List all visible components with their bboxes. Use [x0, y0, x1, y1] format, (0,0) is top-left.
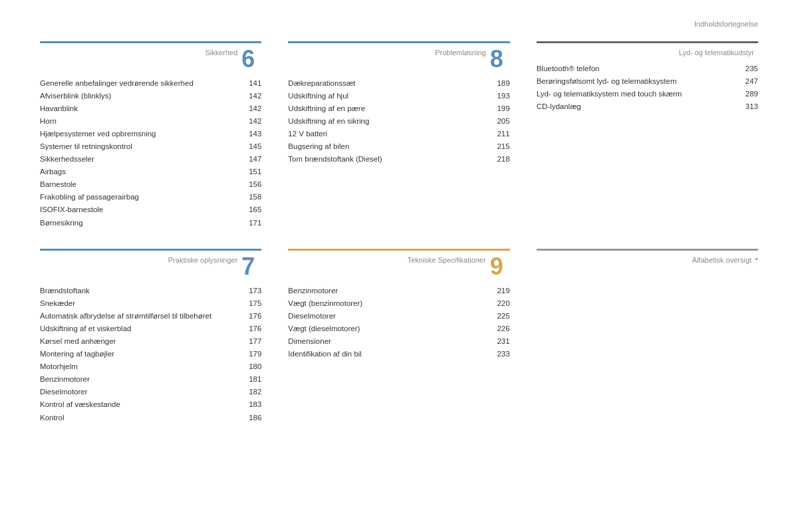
page: Indholdsfortegnelse Sikkerhed6Generelle … — [0, 0, 798, 532]
section-title-sikkerhed: Sikkerhed — [40, 47, 241, 57]
list-item: Benzinmotorer181 — [40, 373, 261, 386]
section-title-alfabetisk-oversigt: Alfabetisk oversigt — [537, 255, 755, 264]
list-item: Identifikation af din bil233 — [288, 348, 509, 360]
section-lyd-telematik: Lyd- og telematikudstyrBluetooth® telefo… — [537, 41, 758, 229]
item-page: 218 — [497, 155, 509, 163]
list-item: Systemer til retningskontrol145 — [40, 140, 261, 152]
item-label: Identifikation af din bil — [288, 348, 497, 359]
item-label: Horn — [40, 116, 249, 126]
item-label: Benzinmotorer — [288, 285, 497, 296]
item-label: Systemer til retningskontrol — [40, 141, 249, 152]
section-items-praktiske-oplysninger: Brændstoftank173Snekæder175Automatisk af… — [40, 284, 261, 424]
list-item: Vægt (benzinmotorer)220 — [288, 297, 509, 309]
item-label: Generelle anbefalinger vedrørende sikker… — [40, 78, 249, 88]
list-item: Afviserblink (blinklys)142 — [40, 89, 261, 102]
list-item: Kontrol af væskestande183 — [40, 398, 261, 411]
list-item: Horn142 — [40, 114, 261, 127]
section-header-tekniske-specifikationer: Tekniske Specifikationer9 — [288, 249, 509, 279]
item-label: Benzinmotorer — [40, 374, 249, 384]
item-page: 156 — [249, 180, 261, 188]
list-item: Børnesikring171 — [40, 216, 261, 229]
list-item: Bluetooth® telefon235 — [537, 62, 758, 74]
section-alfabetisk-oversigt: Alfabetisk oversigt▪ — [537, 249, 758, 424]
item-page: 176 — [249, 312, 261, 320]
item-page: 158 — [249, 193, 261, 201]
item-label: Snekæder — [40, 298, 249, 309]
item-page: 219 — [497, 287, 509, 295]
sections-grid: Sikkerhed6Generelle anbefalinger vedrøre… — [40, 41, 758, 424]
section-title-praktiske-oplysninger: Praktiske oplysninger — [40, 255, 241, 264]
section-problemloesning: Problemløsning8Dækreparationssæt189Udski… — [288, 41, 509, 229]
item-page: 289 — [745, 90, 758, 98]
list-item: Montering af tagbøjler179 — [40, 348, 261, 360]
item-page: 142 — [249, 104, 261, 112]
item-page: 215 — [497, 142, 509, 150]
list-item: Dieselmotorer225 — [288, 309, 509, 322]
item-page: 165 — [249, 205, 261, 213]
list-item: Barnestole156 — [40, 178, 261, 191]
list-item: Udskiftning af en sikring205 — [288, 114, 509, 127]
list-item: Kontrol186 — [40, 411, 261, 424]
list-item: ISOFIX-barnestole165 — [40, 203, 261, 216]
section-header-praktiske-oplysninger: Praktiske oplysninger7 — [40, 249, 261, 279]
item-label: Kontrol — [40, 412, 249, 423]
item-page: 180 — [249, 362, 261, 370]
section-items-lyd-telematik: Bluetooth® telefon235Berøringsfølsomt ly… — [537, 62, 758, 112]
item-page: 225 — [497, 312, 509, 320]
item-label: Kørsel med anhænger — [40, 336, 249, 346]
item-label: Havariblink — [40, 103, 249, 114]
list-item: Dieselmotorer182 — [40, 386, 261, 398]
list-item: Automatisk afbrydelse af strømtilførsel … — [40, 309, 261, 322]
section-number-placeholder-alfabetisk-oversigt: ▪ — [755, 255, 758, 263]
item-label: Automatisk afbrydelse af strømtilførsel … — [40, 311, 249, 321]
item-page: 211 — [497, 130, 509, 138]
item-page: 205 — [497, 117, 509, 125]
item-page: 173 — [249, 287, 261, 295]
item-page: 220 — [497, 299, 509, 307]
section-number-sikkerhed: 6 — [241, 47, 261, 71]
item-label: Kontrol af væskestande — [40, 399, 249, 410]
section-items-sikkerhed: Generelle anbefalinger vedrørende sikker… — [40, 76, 261, 229]
item-page: 171 — [249, 219, 261, 227]
list-item: Sikkerhedsseler147 — [40, 153, 261, 166]
item-label: Brændstoftank — [40, 285, 249, 296]
section-items-problemloesning: Dækreparationssæt189Udskiftning af hjul1… — [288, 76, 509, 166]
section-title-lyd-telematik: Lyd- og telematikudstyr — [537, 47, 758, 57]
item-label: Sikkerhedsseler — [40, 154, 249, 164]
item-label: Lyd- og telematiksystem med touch skærm — [537, 88, 745, 99]
item-page: 142 — [249, 117, 261, 125]
section-tekniske-specifikationer: Tekniske Specifikationer9Benzinmotorer21… — [288, 249, 509, 424]
item-page: 181 — [249, 375, 261, 383]
section-header-alfabetisk-oversigt: Alfabetisk oversigt▪ — [537, 249, 758, 264]
item-page: 142 — [249, 92, 261, 100]
list-item: Lyd- og telematiksystem med touch skærm2… — [537, 87, 758, 100]
item-label: Udskiftning af et viskerblad — [40, 323, 249, 334]
item-page: 186 — [249, 414, 261, 422]
item-label: CD-lydanlæg — [537, 101, 745, 112]
item-label: Udskiftning af hjul — [288, 90, 497, 101]
item-page: 235 — [745, 65, 758, 72]
item-page: 313 — [745, 102, 758, 110]
page-header: Indholdsfortegnelse — [40, 20, 758, 28]
list-item: 12 V batteri211 — [288, 127, 509, 140]
item-label: Børnesikring — [40, 217, 249, 228]
item-label: Barnestole — [40, 179, 249, 190]
item-label: Motorhjelm — [40, 361, 249, 372]
list-item: Snekæder175 — [40, 297, 261, 309]
list-item: Motorhjelm180 — [40, 360, 261, 373]
item-page: 189 — [497, 79, 509, 87]
item-label: Dieselmotorer — [40, 386, 249, 397]
item-label: Berøringsfølsomt lyd- og telematiksystem — [537, 76, 745, 86]
list-item: Berøringsfølsomt lyd- og telematiksystem… — [537, 74, 758, 87]
list-item: Benzinmotorer219 — [288, 284, 509, 297]
item-label: Frakobling af passagerairbag — [40, 192, 249, 202]
list-item: Bugsering af bilen215 — [288, 140, 509, 152]
list-item: CD-lydanlæg313 — [537, 100, 758, 112]
item-page: 231 — [497, 337, 509, 345]
item-label: Bluetooth® telefon — [537, 63, 745, 74]
item-page: 175 — [249, 299, 261, 307]
list-item: Havariblink142 — [40, 102, 261, 114]
list-item: Airbags151 — [40, 166, 261, 178]
item-label: ISOFIX-barnestole — [40, 204, 249, 215]
item-label: Tom brændstoftank (Diesel) — [288, 154, 497, 164]
